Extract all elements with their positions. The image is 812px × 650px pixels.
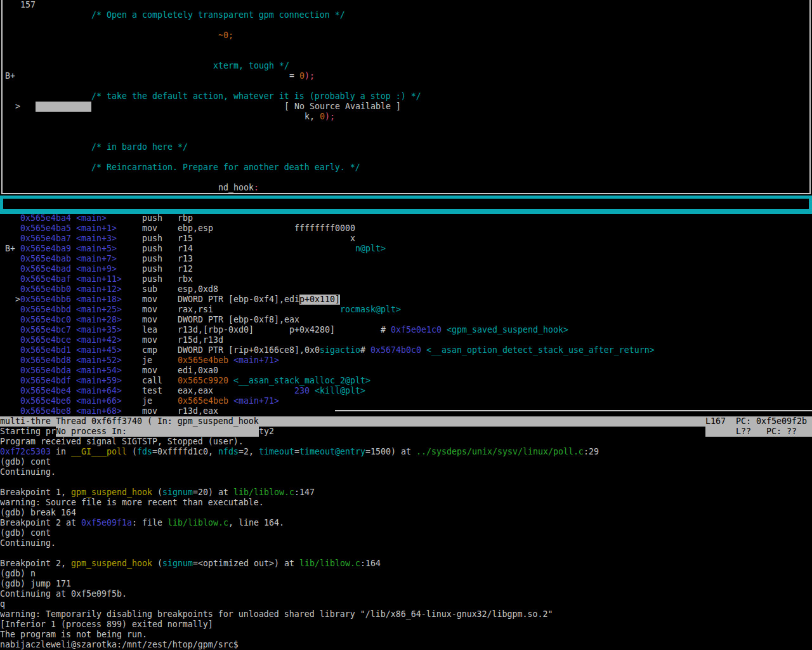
text-segment: nfds (218, 447, 239, 457)
text-segment: r13d,eax (178, 406, 218, 416)
text-segment: :147 (294, 488, 315, 498)
text-segment: test (142, 386, 162, 396)
text-segment: :29 (584, 447, 599, 457)
text-segment: x (350, 234, 355, 244)
text-segment: 0x565e4bab <main+7> (20, 254, 117, 264)
asm-line: 0x565e4bab <main+7>pushr13 (0, 254, 812, 264)
text-segment: 0x565e4baf <main+11> (20, 274, 122, 284)
asm-line: 0x565e4be8 <main+68>movr13d,eax (0, 406, 812, 416)
src-comment: /* Open a completely transparent gpm con… (0, 10, 812, 20)
text-segment: q (0, 599, 5, 609)
text-segment: n@plt> (355, 244, 386, 254)
text-segment: rax,rsi (178, 305, 213, 315)
current-line-marker: > (15, 102, 20, 112)
text-segment: : (254, 183, 259, 193)
text-segment: /* in bardo here */ (91, 142, 188, 152)
text-segment: in (56, 447, 66, 457)
breakpoint-marker: B+ (5, 71, 15, 81)
text-segment: ty2 (259, 427, 274, 437)
text-segment: r15d,r13d (178, 335, 223, 345)
text-segment: r14 (178, 244, 193, 254)
asm-line: B+0x565e4ba9 <main+5>pushr14n@plt> (0, 244, 812, 254)
console-line: q (0, 599, 812, 609)
src-comment: xterm, tough */ (0, 61, 812, 71)
text-segment: lib/liblow.c (167, 518, 228, 528)
text-segment: rbx (178, 274, 193, 284)
text-segment: __GI___poll (71, 447, 127, 457)
asm-line: 0x565e4bdf <main+59>call0x565c9920<__asa… (0, 376, 812, 386)
text-segment: mov (142, 223, 157, 234)
text-segment: nabijaczleweli@szarotka:/mnt/zest/htop/g… (0, 640, 239, 650)
text-segment: Breakpoint 2, (0, 559, 71, 569)
text-segment: lib/liblow.c (233, 488, 294, 498)
text-segment: 0xf5e0e1c0 (391, 325, 442, 335)
text-segment: at (401, 447, 411, 457)
src-comment: /* take the default action, whatever it … (0, 91, 812, 102)
text-segment: esp,0xd8 (178, 284, 218, 295)
text-segment: 0x565e4bc0 <main+28> (20, 315, 122, 325)
breakpoint-marker: B+ (5, 244, 15, 254)
text-segment: L?? PC: ?? (736, 427, 797, 437)
text-segment: push (142, 264, 162, 274)
text-segment: 0x565e4beb (178, 396, 228, 406)
text-segment: <__asan_stack_malloc_2@plt> (233, 376, 370, 386)
text-segment: 0x565e4bd1 <main+45> (20, 345, 122, 355)
text-segment: : file (132, 518, 162, 528)
text-segment: = (289, 71, 294, 81)
text-segment: 0x565e4bb6 <main+18> (20, 295, 122, 305)
text-segment: 0x565e4bda <main+54> (20, 366, 122, 376)
text-segment: =0xffffd1c0, (152, 447, 213, 457)
text-segment: ); (304, 71, 315, 81)
console-line: [Inferior 1 (process 899) exited normall… (0, 620, 812, 630)
text-segment: mov (142, 406, 157, 416)
text-segment: r13 (178, 254, 193, 264)
text-segment: /* take the default action, whatever it … (91, 91, 421, 102)
text-segment: mov (142, 295, 157, 305)
text-segment: /* Open a completely transparent gpm con… (91, 10, 345, 20)
text-segment: (gdb) break 164 (0, 508, 76, 518)
console-line: warning: Temporarily disabling breakpoin… (0, 609, 812, 620)
asm-line: 0x565e4bc0 <main+28>movDWORD PTR [ebp-0x… (0, 315, 812, 325)
text-segment: Continuing. (0, 467, 56, 477)
text-segment: push (142, 274, 162, 284)
text-segment: (gdb) n (0, 569, 36, 579)
text-segment: No process In: (56, 427, 127, 437)
text-segment: timeout (259, 447, 294, 457)
text-segment: [Inferior 1 (process 899) exited normall… (0, 620, 213, 630)
shell-prompt[interactable]: nabijaczleweli@szarotka:/mnt/zest/htop/g… (0, 640, 812, 650)
text-segment: DWORD PTR [ebp-0xf4],edi (178, 295, 299, 305)
separator-inner-box (3, 199, 809, 209)
asm-line: 0x565e4bbd <main+25>movrax,rsirocmask@pl… (0, 305, 812, 315)
text-segment: = (294, 447, 299, 457)
text-segment: 0 (320, 112, 325, 122)
console-line: Program received signal SIGTSTP, Stopped… (0, 437, 812, 447)
text-segment: # (360, 345, 365, 355)
asm-line: 0x565e4ba7 <main+3>pushr15x (0, 234, 812, 244)
text-segment: lea (142, 325, 157, 335)
text-segment: , line 164. (228, 518, 284, 528)
text-segment: je (142, 355, 152, 366)
text-segment: 0x565e4bce <main+42> (20, 335, 122, 345)
text-segment: r15 (178, 234, 193, 244)
text-segment: <__asan_option_detect_stack_use_after_re… (426, 345, 655, 355)
text-segment: DWORD PTR [rip+0x166ce8],0x0 (178, 345, 320, 355)
text-segment: 0x565e4ba9 <main+5> (20, 244, 117, 254)
asm-line: 0x565e4bd1 <main+45>cmpDWORD PTR [rip+0x… (0, 345, 812, 355)
status-bar: multi-thre Thread 0xf6ff3740 ( In: gpm_s… (0, 416, 812, 427)
text-segment: warning: Source file is more recent than… (0, 498, 264, 508)
text-segment: 0x565c9920 (178, 376, 228, 386)
text-segment: ( (157, 559, 162, 569)
text-segment: signum (162, 488, 193, 498)
text-segment: ~0; (218, 30, 233, 41)
console-line: warning: Source file is more recent than… (0, 498, 812, 508)
console-line: Breakpoint 2, gpm_suspend_hook(signum=<o… (0, 559, 812, 569)
text-segment: ); (325, 112, 335, 122)
terminal-screen[interactable]: 157/* Open a completely transparent gpm … (0, 0, 812, 650)
text-segment: push (142, 254, 162, 264)
src-fragment: k, 0); (0, 112, 812, 122)
console-line: (gdb) cont (0, 528, 812, 538)
asm-line: 0x565e4baf <main+11>pushrbx (0, 274, 812, 284)
cursor-block (36, 102, 91, 112)
text-segment: gpm_suspend_hook (71, 559, 152, 569)
text-segment: rocmask@plt> (340, 305, 401, 315)
